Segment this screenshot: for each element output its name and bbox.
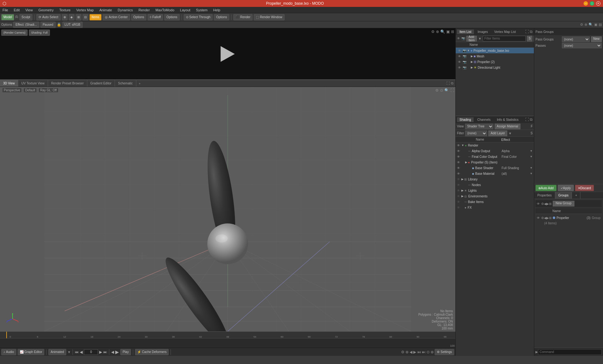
action-center-button[interactable]: ◎ Action Center (103, 14, 130, 20)
select-through-button[interactable]: ⊙ Select Through (184, 14, 213, 20)
menu-layout[interactable]: Layout (179, 8, 192, 12)
animated-dropdown-icon[interactable]: ▼ (68, 350, 71, 354)
tree-item-propeller[interactable]: 👁 📷 ▶ ⊞ Propeller (2) (456, 59, 534, 65)
effect-dropdown-1[interactable]: ▼ (530, 149, 533, 153)
effect-dropdown-4[interactable]: ▼ (530, 166, 533, 169)
next-frame-icon[interactable]: ▶ (99, 350, 102, 354)
panel-float-icon[interactable]: ⧉ (530, 29, 533, 34)
shader-expand-9[interactable]: ▶ (461, 195, 464, 198)
viewport-3d[interactable]: Perspective Default Ray GL: Off ⚙ ⊙ 🔍 ⛶ (0, 87, 455, 331)
toolbar-icon-1[interactable]: ⊕ (62, 14, 68, 20)
new-button[interactable]: New (591, 36, 602, 42)
shader-eye-10[interactable]: 👁 (457, 200, 460, 204)
item-render-2[interactable]: 📷 (462, 60, 467, 64)
audio-button[interactable]: ♪ Audio (1, 349, 16, 355)
shader-item-baseshader[interactable]: 👁 ■ Base Shader Full Shading ▼ (456, 165, 534, 171)
tab-3d-view[interactable]: 3D View (0, 80, 18, 87)
tab-item-list[interactable]: Item List (457, 29, 474, 34)
shader-item-basematerial[interactable]: 👁 ■ Base Material (all) ▼ (456, 171, 534, 176)
default-label[interactable]: Default (24, 88, 36, 92)
filter-items-input[interactable] (483, 36, 526, 41)
shader-item-propeller[interactable]: 👁 ▶ ● Propeller (5) (Item) (456, 159, 534, 165)
tab-render-preset[interactable]: Render Preset Browser (48, 80, 87, 87)
go-start-icon[interactable]: ⏮ (75, 350, 79, 354)
settings-button[interactable]: ⚙ Settings (435, 349, 454, 355)
item-render-0[interactable]: 📷 (462, 49, 467, 52)
tab-schematic[interactable]: Schematic (115, 80, 136, 87)
bot-icon-5[interactable]: ⏮ (417, 350, 421, 354)
sculpt-button[interactable]: Sculpt (19, 14, 33, 20)
go-end-icon[interactable]: ⏭ (103, 350, 107, 354)
discard-button[interactable]: ✕ Discard (575, 185, 594, 191)
timeline-ruler[interactable]: 0 6 12 18 24 30 36 42 48 54 60 66 72 78 … (0, 332, 455, 339)
bot-icon-1[interactable]: ⚙ (401, 350, 405, 354)
shader-item-finalcolor[interactable]: 👁 ─ Final Color Output Final Color ▼ (456, 154, 534, 159)
item-eye-3[interactable]: 👁 (457, 66, 462, 69)
shader-tree-select[interactable]: Shader Tree (465, 124, 493, 129)
shader-item-fx[interactable]: 👁 ● FX (456, 205, 534, 210)
shader-eye-5[interactable]: 👁 (457, 172, 460, 175)
add-layer-dropdown[interactable]: ▼ (508, 131, 512, 135)
perspective-label[interactable]: Perspective (3, 88, 21, 92)
maximize-button[interactable]: □ (590, 1, 594, 6)
item-render-3[interactable]: 📷 (462, 66, 467, 69)
item-expand-3[interactable]: ▶ (471, 66, 473, 69)
menu-vertex-map[interactable]: Vertex Map (75, 8, 95, 12)
options-button-1[interactable]: Options (131, 14, 146, 20)
menu-render[interactable]: Render (137, 8, 151, 12)
tab-properties[interactable]: Properties (534, 192, 555, 199)
bot-icon-7[interactable]: ⊙ (426, 350, 430, 354)
vp-expand-icon[interactable]: ⛶ (450, 88, 454, 93)
toolbar-icon-2[interactable]: ◈ (69, 14, 74, 20)
preview-play-button[interactable] (221, 46, 235, 62)
vp-settings-icon[interactable]: ⚙ (435, 88, 439, 93)
shader-expand-3[interactable]: ▶ (465, 161, 467, 164)
render-window-button[interactable]: ⬚ Render Window (254, 14, 284, 20)
shader-item-nodes[interactable]: 👁 ─ Nodes (456, 182, 534, 188)
menu-help[interactable]: Help (212, 8, 222, 12)
menu-file[interactable]: File (1, 8, 9, 12)
bot-icon-6[interactable]: ⏭ (422, 350, 426, 354)
command-input[interactable] (538, 349, 602, 355)
menu-edit[interactable]: Edit (13, 8, 21, 12)
shader-eye-2[interactable]: 👁 (457, 155, 460, 158)
auto-add-button[interactable]: ⊕ Auto Add (535, 185, 557, 191)
graph-editor-button[interactable]: 📈 Graph Editor (18, 349, 45, 355)
tab-gradient-editor[interactable]: Gradient Editor (87, 80, 115, 87)
minimize-button[interactable]: ─ (584, 1, 588, 6)
menu-maxtomodo[interactable]: MaxToModo (154, 8, 176, 12)
add-tab-button[interactable]: + (136, 81, 143, 86)
tab-uv-texture[interactable]: UV Texture View (18, 80, 48, 87)
add-item-button[interactable]: Add Item (466, 36, 477, 41)
item-render-1[interactable]: 📷 (462, 55, 467, 58)
apply-button[interactable]: ✓ Apply (558, 185, 574, 191)
bot-icon-3[interactable]: ◀ (410, 350, 412, 354)
animated-button[interactable]: Animated (48, 349, 66, 355)
shader-item-lights[interactable]: 👁 ▶ ☀ Lights (456, 188, 534, 193)
shader-expand-0[interactable]: ▼ (461, 144, 464, 147)
shader-eye-6[interactable]: 👁 (457, 178, 460, 181)
filter-select[interactable]: (none) (465, 131, 487, 136)
shader-eye-1[interactable]: 👁 (457, 149, 460, 153)
add-layer-button[interactable]: Add Layer (488, 131, 507, 136)
tab-vertex-map[interactable]: Vertex Map List (492, 29, 519, 34)
falloff-button[interactable]: ◊ Falloff (148, 14, 163, 20)
cache-deformers-button[interactable]: ⚡ Cache Deformers (135, 349, 169, 355)
close-button[interactable]: ✕ (596, 1, 600, 6)
tab-shading[interactable]: Shading (457, 117, 474, 122)
vp-zoom-icon[interactable]: 🔍 (444, 88, 449, 93)
shading-float-icon[interactable]: ⧉ (530, 117, 533, 122)
shader-eye-7[interactable]: 👁 (457, 183, 460, 187)
menu-texture[interactable]: Texture (58, 8, 72, 12)
vp-orbit-icon[interactable]: ⊙ (440, 88, 443, 93)
group-item-propeller[interactable]: 👁 ⚙◀▶⊞ Propeller (3) Group (535, 215, 602, 221)
new-group-button[interactable]: New Group (553, 201, 574, 206)
model-button[interactable]: Model (1, 14, 14, 20)
shader-eye-0[interactable]: 👁 (457, 144, 460, 147)
shader-expand-6[interactable]: ▶ (461, 178, 464, 181)
shader-item-render[interactable]: 👁 ▼ ● Render (456, 142, 534, 148)
prev-frame-icon[interactable]: ◀ (80, 350, 83, 354)
vp-expand-icon[interactable]: ⛶ (446, 81, 450, 85)
shading-expand-icon[interactable]: ⛶ (525, 117, 529, 122)
group-eye-0[interactable]: 👁 (537, 216, 540, 220)
